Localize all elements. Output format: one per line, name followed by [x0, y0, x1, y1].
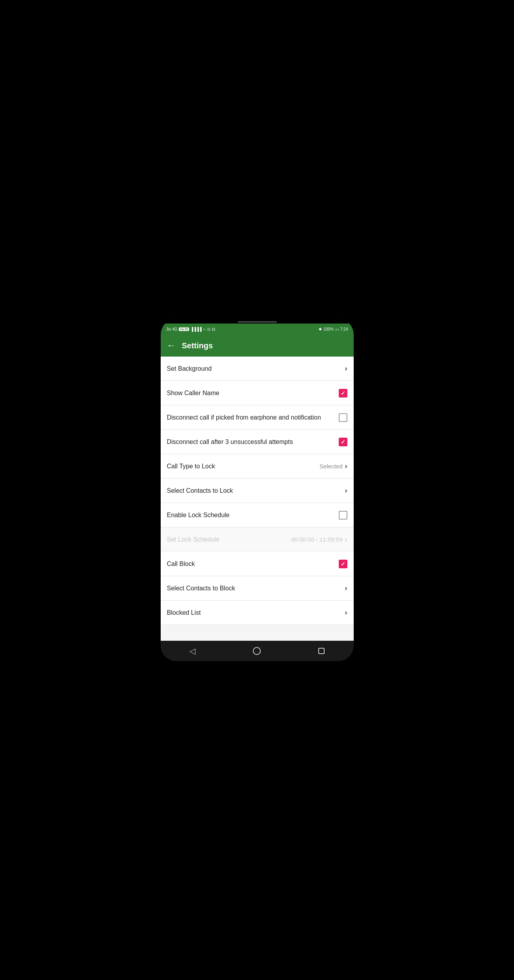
select-contacts-lock-label: Select Contacts to Lock: [167, 486, 345, 495]
nav-recent-button[interactable]: [310, 645, 332, 657]
nav-back-icon: ◁: [189, 646, 195, 656]
phone-frame: Jio 4G VoLTE ▐▐▐▐ ⌁ ⊡ ⊟ ✱ 100% ▭ 7:24 ← …: [161, 319, 354, 661]
status-left: Jio 4G VoLTE ▐▐▐▐ ⌁ ⊡ ⊟: [166, 327, 215, 331]
call-type-lock-right: Selected ›: [319, 462, 347, 470]
enable-lock-schedule-checkbox[interactable]: [339, 511, 347, 520]
back-button[interactable]: ←: [167, 340, 176, 351]
set-lock-schedule-label: Set Lock Schedule: [167, 535, 291, 544]
settings-item-set-background[interactable]: Set Background ›: [161, 357, 354, 381]
disconnect-earphone-label: Disconnect call if picked from earphone …: [167, 413, 339, 422]
set-lock-schedule-time: 00:00:00 - 11:59:59: [291, 536, 342, 543]
carrier-text: Jio 4G: [166, 327, 178, 331]
blocked-list-right: ›: [345, 608, 347, 617]
select-contacts-block-right: ›: [345, 584, 347, 592]
select-contacts-lock-right: ›: [345, 486, 347, 495]
gallery-icon: ⊡: [207, 327, 210, 331]
settings-item-disconnect-attempts[interactable]: Disconnect call after 3 unsuccessful att…: [161, 430, 354, 454]
volte-badge: VoLTE: [179, 327, 189, 331]
select-contacts-lock-chevron: ›: [345, 486, 347, 495]
call-type-lock-selected: Selected: [319, 463, 342, 470]
set-background-right: ›: [345, 364, 347, 373]
blocked-list-label: Blocked List: [167, 608, 345, 617]
bluetooth-icon: ✱: [319, 327, 322, 331]
call-type-lock-chevron: ›: [345, 462, 347, 470]
settings-item-call-block[interactable]: Call Block: [161, 552, 354, 576]
notch: [238, 321, 277, 323]
battery-icon: ▭: [335, 327, 339, 331]
app-bar: ← Settings: [161, 335, 354, 357]
disconnect-earphone-checkbox[interactable]: [339, 413, 347, 422]
status-right: ✱ 100% ▭ 7:24: [319, 327, 348, 331]
settings-item-select-contacts-block[interactable]: Select Contacts to Block ›: [161, 576, 354, 601]
select-contacts-block-chevron: ›: [345, 584, 347, 592]
nav-recent-icon: [318, 648, 325, 654]
storage-icon: ⊟: [212, 327, 215, 331]
settings-list: Set Background › Show Caller Name Discon…: [161, 357, 354, 641]
set-background-label: Set Background: [167, 364, 345, 373]
disconnect-attempts-checkbox[interactable]: [339, 438, 347, 446]
blocked-list-chevron: ›: [345, 608, 347, 617]
show-caller-name-label: Show Caller Name: [167, 389, 339, 398]
usb-icon: ⌁: [203, 327, 206, 331]
nav-home-icon: [253, 647, 261, 655]
settings-item-enable-lock-schedule[interactable]: Enable Lock Schedule: [161, 503, 354, 527]
disconnect-attempts-label: Disconnect call after 3 unsuccessful att…: [167, 438, 339, 446]
status-bar: Jio 4G VoLTE ▐▐▐▐ ⌁ ⊡ ⊟ ✱ 100% ▭ 7:24: [161, 324, 354, 335]
bottom-nav: ◁: [161, 641, 354, 661]
settings-item-disconnect-earphone[interactable]: Disconnect call if picked from earphone …: [161, 405, 354, 430]
signal-icon: ▐▐▐▐: [191, 327, 202, 331]
call-type-lock-label: Call Type to Lock: [167, 462, 320, 471]
settings-item-set-lock-schedule: Set Lock Schedule 00:00:00 - 11:59:59 ›: [161, 527, 354, 552]
show-caller-name-right: [339, 389, 347, 398]
phone-inner: Jio 4G VoLTE ▐▐▐▐ ⌁ ⊡ ⊟ ✱ 100% ▭ 7:24 ← …: [161, 319, 354, 661]
nav-back-button[interactable]: ◁: [182, 643, 203, 659]
nav-home-button[interactable]: [245, 644, 269, 658]
settings-item-show-caller-name[interactable]: Show Caller Name: [161, 381, 354, 405]
set-lock-schedule-chevron: ›: [345, 535, 347, 544]
set-lock-schedule-right: 00:00:00 - 11:59:59 ›: [291, 535, 347, 544]
settings-item-blocked-list[interactable]: Blocked List ›: [161, 601, 354, 625]
show-caller-name-checkbox[interactable]: [339, 389, 347, 398]
disconnect-attempts-right: [339, 438, 347, 446]
enable-lock-schedule-right: [339, 511, 347, 520]
call-block-label: Call Block: [167, 560, 339, 568]
battery-percent: 100%: [323, 327, 334, 331]
enable-lock-schedule-label: Enable Lock Schedule: [167, 511, 339, 520]
disconnect-earphone-right: [339, 413, 347, 422]
call-block-right: [339, 560, 347, 568]
select-contacts-block-label: Select Contacts to Block: [167, 584, 345, 593]
settings-item-call-type-lock[interactable]: Call Type to Lock Selected ›: [161, 454, 354, 479]
call-block-checkbox[interactable]: [339, 560, 347, 568]
set-background-chevron: ›: [345, 364, 347, 373]
bottom-space: [161, 625, 354, 641]
time-display: 7:24: [340, 327, 348, 331]
app-title: Settings: [182, 341, 213, 350]
settings-item-select-contacts-lock[interactable]: Select Contacts to Lock ›: [161, 479, 354, 503]
